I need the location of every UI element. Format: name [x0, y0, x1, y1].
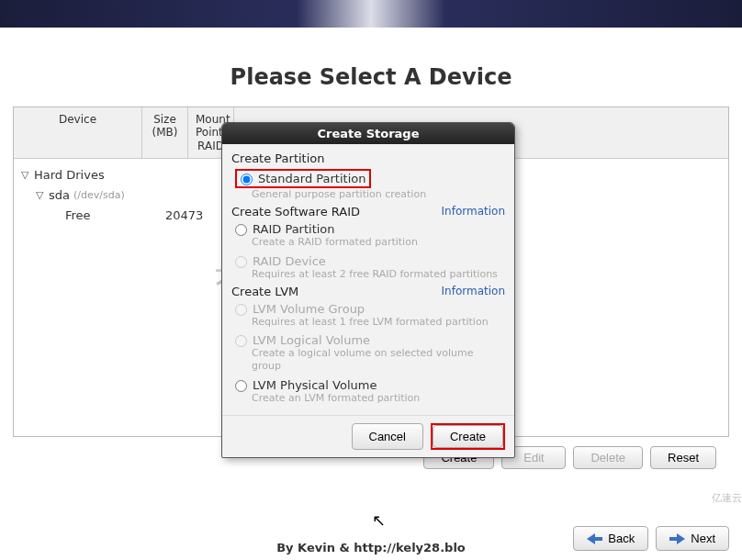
next-button[interactable]: Next: [656, 526, 729, 551]
cancel-button[interactable]: Cancel: [352, 423, 423, 450]
highlight-create-button: Create: [431, 423, 505, 450]
free-size: 20473: [165, 208, 203, 222]
create-storage-dialog: Create Storage Create Partition Standard…: [221, 122, 515, 458]
installer-top-bar: [0, 0, 742, 28]
delete-button: Delete: [573, 446, 643, 469]
radio-standard-partition[interactable]: [241, 174, 253, 185]
section-lvm: Create LVM: [231, 285, 298, 298]
section-partition: Create Partition: [231, 151, 325, 165]
highlight-standard-partition: Standard Partition: [235, 169, 371, 188]
arrow-left-icon: [587, 533, 595, 544]
arrow-right-icon: [677, 533, 685, 544]
radio-raid-partition[interactable]: [235, 224, 247, 236]
dialog-create-button[interactable]: Create: [433, 425, 503, 448]
page-title: Please Select A Device: [13, 64, 729, 90]
raid-info-link[interactable]: Information: [442, 205, 505, 218]
radio-lvm-vg: [235, 304, 247, 316]
back-button[interactable]: Back: [573, 526, 648, 551]
dialog-title: Create Storage: [222, 123, 514, 144]
expand-icon[interactable]: ▽: [21, 169, 34, 181]
expand-icon[interactable]: ▽: [36, 189, 49, 201]
reset-button[interactable]: Reset: [650, 446, 716, 469]
watermark-right: 亿速云: [712, 491, 742, 505]
radio-raid-device: [235, 256, 247, 268]
col-device[interactable]: Device: [14, 107, 142, 158]
radio-lvm-lv: [235, 335, 247, 347]
radio-lvm-pv[interactable]: [235, 380, 247, 392]
section-raid: Create Software RAID: [231, 205, 360, 218]
lvm-info-link[interactable]: Information: [442, 285, 505, 298]
footer-credit: By Kevin & http://kely28.blo: [276, 541, 466, 554]
cursor-icon: ↖: [372, 510, 386, 530]
col-size[interactable]: Size (MB): [142, 107, 188, 158]
